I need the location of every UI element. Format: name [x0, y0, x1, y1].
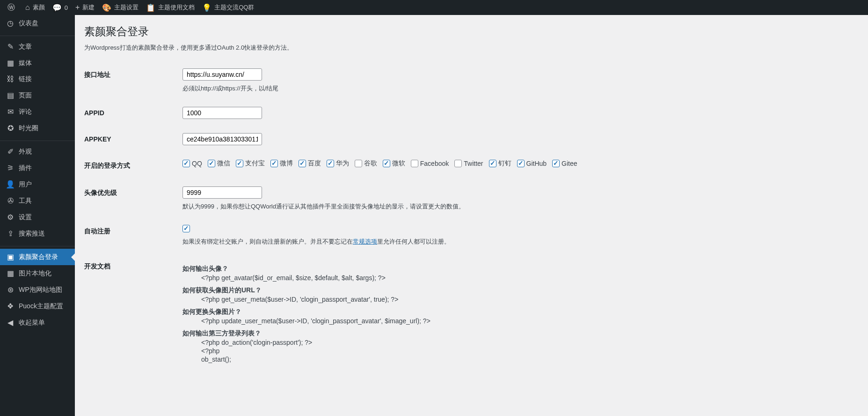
login-method-Twitter[interactable]: Twitter	[454, 160, 483, 167]
sidebar-item-comments[interactable]: ✉评论	[0, 104, 75, 120]
sidebar-item-label: 插件	[19, 164, 32, 172]
avatar-priority-input[interactable]	[182, 186, 262, 199]
sidebar-item-label: 链接	[19, 75, 32, 83]
sidebar-item-tools[interactable]: ✇工具	[0, 193, 75, 209]
auto-register-checkbox[interactable]	[182, 225, 190, 232]
auto-register-hint: 如果没有绑定社交账户，则自动注册新的账户。并且不要忘记在常规选项里允许任何人都可…	[182, 238, 854, 246]
theme-settings-label: 主题设置	[114, 3, 139, 12]
doc-question: 如何输出第三方登录列表？	[182, 329, 854, 338]
dev-doc-list: 如何输出头像？<?php get_avatar($id_or_email, $s…	[182, 265, 854, 363]
new-label: 新建	[82, 3, 95, 12]
sidebar-item-pages[interactable]: ▤页面	[0, 87, 75, 104]
site-name: 素颜	[33, 3, 45, 12]
new-content-link[interactable]: +新建	[72, 0, 98, 15]
links-icon: ⛓	[6, 75, 15, 83]
login-method-label: 百度	[308, 159, 321, 168]
sidebar-item-label: 图片本地化	[19, 269, 51, 278]
login-method-checkbox[interactable]	[383, 160, 390, 167]
login-method-label: 微软	[392, 159, 405, 168]
login-method-微博[interactable]: 微博	[270, 159, 293, 168]
login-method-checkbox[interactable]	[327, 160, 334, 167]
login-method-checkbox[interactable]	[489, 160, 496, 167]
login-method-钉钉[interactable]: 钉钉	[489, 159, 511, 168]
general-options-link[interactable]: 常规选项	[353, 238, 377, 245]
login-method-checkbox[interactable]	[236, 160, 243, 167]
sidebar-item-img-local[interactable]: ▦图片本地化	[0, 265, 75, 282]
sidebar-item-media[interactable]: ▦媒体	[0, 55, 75, 71]
sidebar-item-label: 设置	[19, 213, 32, 222]
sidebar-item-users[interactable]: 👤用户	[0, 176, 75, 193]
comments-icon: ✉	[6, 107, 15, 116]
login-method-label: 支付宝	[245, 159, 265, 168]
doc-tail: <?php	[201, 347, 854, 355]
tools-icon: ✇	[6, 196, 15, 205]
avatar-priority-label: 头像优先级	[84, 179, 178, 218]
login-method-checkbox[interactable]	[182, 160, 190, 167]
doc-tail: ob_start();	[201, 356, 854, 363]
qq-group-link[interactable]: 💡主题交流QQ群	[198, 0, 258, 15]
appid-input[interactable]	[182, 107, 262, 119]
appid-label: APPID	[84, 100, 178, 126]
login-method-label: GitHub	[526, 160, 547, 167]
api-url-label: 接口地址	[84, 61, 178, 100]
login-method-label: 微信	[217, 159, 230, 168]
wp-logo[interactable]: ⓦ	[4, 0, 22, 15]
login-method-支付宝[interactable]: 支付宝	[236, 159, 265, 168]
login-method-QQ[interactable]: QQ	[182, 160, 202, 167]
login-method-checkbox[interactable]	[208, 160, 215, 167]
comments-link[interactable]: 💬0	[49, 0, 72, 15]
login-method-微信[interactable]: 微信	[208, 159, 230, 168]
login-method-checkbox[interactable]	[299, 160, 306, 167]
sidebar-item-seo-push[interactable]: ⇪搜索推送	[0, 225, 75, 242]
users-icon: 👤	[6, 180, 15, 189]
api-url-hint: 必须以http://或https://开头，以/结尾	[182, 84, 854, 93]
sidebar-item-settings[interactable]: ⚙设置	[0, 209, 75, 225]
sidebar-item-suyan-login[interactable]: ▣素颜聚合登录	[0, 249, 75, 265]
login-method-checkbox[interactable]	[355, 160, 362, 167]
theme-doc-link[interactable]: 📋主题使用文档	[142, 0, 198, 15]
doc-question: 如何获取头像图片的URL？	[182, 286, 854, 295]
login-method-百度[interactable]: 百度	[299, 159, 321, 168]
comment-icon: 💬	[52, 3, 62, 12]
login-method-label: 华为	[336, 159, 349, 168]
login-method-label: Gitee	[562, 160, 577, 167]
login-methods-group: QQ微信支付宝微博百度华为谷歌微软FacebookTwitter钉钉GitHub…	[182, 159, 854, 169]
sidebar-item-label: 媒体	[19, 59, 32, 67]
pages-icon: ▤	[6, 91, 15, 100]
qq-group-label: 主题交流QQ群	[214, 3, 254, 12]
login-method-checkbox[interactable]	[552, 160, 560, 167]
appkey-input[interactable]	[182, 133, 262, 145]
sidebar-item-posts[interactable]: ✎文章	[0, 38, 75, 55]
login-method-checkbox[interactable]	[411, 160, 418, 167]
sidebar-item-plugins[interactable]: ⚞插件	[0, 160, 75, 176]
sidebar-item-puock-theme[interactable]: ❖Puock主题配置	[0, 298, 75, 314]
sidebar-item-label: 收起菜单	[19, 319, 45, 327]
login-method-GitHub[interactable]: GitHub	[517, 160, 547, 167]
login-method-checkbox[interactable]	[454, 160, 462, 167]
timeline-icon: ✪	[6, 124, 15, 133]
login-method-Facebook[interactable]: Facebook	[411, 160, 449, 167]
api-url-input[interactable]	[182, 68, 262, 81]
sidebar-item-label: 评论	[19, 108, 32, 116]
plus-icon: +	[75, 3, 80, 12]
img-local-icon: ▦	[6, 269, 15, 278]
login-method-checkbox[interactable]	[517, 160, 525, 167]
sidebar-item-wp-pano[interactable]: ⊛WP泡网站地图	[0, 282, 75, 298]
site-name-link[interactable]: ⌂素颜	[22, 0, 49, 15]
sidebar-item-collapse[interactable]: ◀收起菜单	[0, 314, 75, 331]
doc-answer: <?php do_action('clogin-passport'); ?>	[201, 339, 854, 346]
dashboard-icon: ◷	[6, 19, 15, 28]
login-method-华为[interactable]: 华为	[327, 159, 349, 168]
login-method-Gitee[interactable]: Gitee	[552, 160, 577, 167]
login-method-微软[interactable]: 微软	[383, 159, 405, 168]
login-method-checkbox[interactable]	[270, 160, 278, 167]
login-method-谷歌[interactable]: 谷歌	[355, 159, 377, 168]
sidebar-item-timeline[interactable]: ✪时光圈	[0, 120, 75, 136]
theme-settings-link[interactable]: 🎨主题设置	[98, 0, 142, 15]
sidebar-item-label: 工具	[19, 197, 32, 205]
sidebar-item-dashboard[interactable]: ◷仪表盘	[0, 15, 75, 31]
avatar-priority-hint: 默认为9999，如果你想让QQWorld通行证从其他插件手里全面接管头像地址的显…	[182, 202, 854, 211]
sidebar-item-links[interactable]: ⛓链接	[0, 71, 75, 87]
sidebar-item-label: 素颜聚合登录	[19, 253, 58, 261]
sidebar-item-appearance[interactable]: ✐外观	[0, 143, 75, 160]
